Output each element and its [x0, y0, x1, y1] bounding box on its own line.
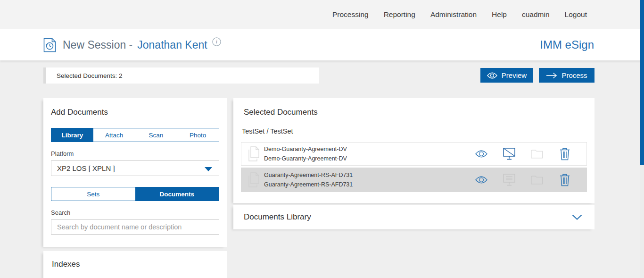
document-name: Demo-Guaranty-Agreement-DV: [264, 146, 347, 152]
scrollbar-thumb[interactable]: [640, 0, 644, 165]
document-description: Guaranty-Agreement-RS-AFD731: [264, 182, 353, 188]
eye-icon: [487, 72, 497, 79]
info-icon[interactable]: i: [212, 37, 221, 46]
row-actions: [475, 173, 586, 186]
sets-documents-toggle: Sets Documents: [51, 187, 219, 201]
add-documents-tabs: Library Attach Scan Photo: [51, 128, 219, 142]
search-label: Search: [51, 209, 219, 216]
selected-documents-title: Selected Documents: [244, 108, 594, 117]
toggle-sets[interactable]: Sets: [51, 187, 135, 201]
document-row[interactable]: Demo-Guaranty-Agreement-DV Demo-Guaranty…: [241, 142, 587, 166]
toggle-documents[interactable]: Documents: [135, 187, 219, 201]
session-title-group: New Session - Jonathan Kent i: [43, 37, 221, 53]
folder-icon[interactable]: [531, 147, 543, 160]
process-button[interactable]: Process: [539, 68, 594, 83]
add-documents-panel: Add Documents Library Attach Scan Photo …: [43, 98, 227, 247]
nav-logout[interactable]: Logout: [565, 10, 587, 19]
platform-selected-value: XP2 LOS [ XPLN ]: [51, 164, 115, 172]
document-name: Guaranty-Agreement-RS-AFD731: [264, 172, 353, 178]
pages-icon: [247, 172, 260, 188]
preview-button-label: Preview: [502, 71, 527, 79]
process-button-label: Process: [561, 71, 587, 79]
monitor-local-icon[interactable]: [503, 147, 515, 160]
eye-icon[interactable]: [475, 147, 487, 160]
session-user-link[interactable]: Jonathan Kent: [137, 39, 207, 51]
trash-icon[interactable]: [559, 147, 571, 160]
nav-processing[interactable]: Processing: [332, 10, 369, 19]
folder-icon: [531, 173, 543, 186]
document-description: Demo-Guaranty-Agreement-DV: [264, 156, 347, 162]
documents-library-panel[interactable]: Documents Library: [233, 205, 594, 229]
tab-photo[interactable]: Photo: [177, 128, 219, 142]
tab-library[interactable]: Library: [51, 128, 93, 142]
nav-cuadmin[interactable]: cuadmin: [522, 10, 550, 19]
document-set-name: TestSet / TestSet: [242, 127, 594, 135]
eye-icon[interactable]: [475, 173, 487, 186]
monitor-remote-icon: [503, 173, 515, 186]
add-documents-title: Add Documents: [51, 108, 219, 117]
nav-reporting[interactable]: Reporting: [384, 10, 415, 19]
document-text-block: Demo-Guaranty-Agreement-DV Demo-Guaranty…: [264, 146, 347, 161]
page-title: New Session -: [63, 39, 132, 51]
selected-count-text: Selected Documents: 2: [46, 72, 123, 79]
search-input[interactable]: [51, 219, 219, 235]
preview-button[interactable]: Preview: [480, 68, 533, 83]
indexes-panel: Indexes: [43, 251, 227, 278]
document-text-block: Guaranty-Agreement-RS-AFD731 Guaranty-Ag…: [264, 172, 353, 187]
chevron-down-icon[interactable]: [572, 214, 582, 220]
brand-logo-text: IMM eSign: [540, 38, 594, 51]
tab-attach[interactable]: Attach: [93, 128, 135, 142]
documents-library-title: Documents Library: [244, 212, 311, 222]
trash-icon[interactable]: [559, 173, 571, 186]
platform-label: Platform: [51, 150, 219, 157]
svg-text:i: i: [215, 38, 217, 45]
page-header: New Session - Jonathan Kent i IMM eSign: [0, 29, 644, 60]
scrollbar-track[interactable]: [640, 0, 644, 278]
document-row-selected[interactable]: Guaranty-Agreement-RS-AFD731 Guaranty-Ag…: [241, 168, 587, 192]
indexes-title: Indexes: [52, 260, 227, 269]
selected-documents-panel: Selected Documents TestSet / TestSet Dem…: [233, 98, 594, 203]
caret-down-icon: [205, 167, 212, 171]
nav-help[interactable]: Help: [492, 10, 507, 19]
selected-count-bar: Selected Documents: 2: [46, 67, 319, 84]
tab-scan[interactable]: Scan: [135, 128, 177, 142]
document-history-icon: [43, 38, 56, 52]
top-nav: Processing Reporting Administration Help…: [0, 0, 644, 29]
row-actions: [475, 147, 586, 160]
platform-select[interactable]: XP2 LOS [ XPLN ]: [51, 160, 219, 176]
nav-administration[interactable]: Administration: [430, 10, 477, 19]
pages-icon: [247, 146, 260, 162]
arrow-right-icon: [546, 72, 557, 79]
